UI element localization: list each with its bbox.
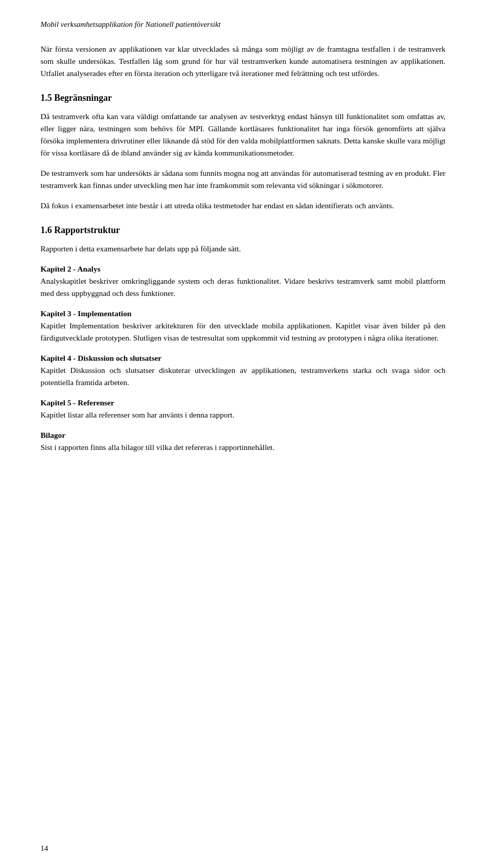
- page: Mobil verksamhetsapplikation för Natione…: [0, 0, 486, 868]
- intro-paragraph: När första versionen av applikationen va…: [40, 43, 446, 80]
- kapitel3-block: Kapitel 3 - Implementation Kapitlet Impl…: [40, 308, 446, 344]
- kapitel4-text: Kapitlet Diskussion och slutsatser disku…: [40, 366, 446, 387]
- section-15-heading: 1.5 Begränsningar: [40, 93, 446, 103]
- kapitel3-label: Kapitel 3 - Implementation: [40, 309, 132, 318]
- page-footer: 14: [40, 844, 48, 853]
- kapitel3-text: Kapitlet Implementation beskriver arkite…: [40, 321, 446, 342]
- kapitel5-text: Kapitlet listar alla referenser som har …: [40, 410, 234, 419]
- section-15-paragraph1: Då testramverk ofta kan vara väldigt omf…: [40, 110, 446, 159]
- kapitel5-label: Kapitel 5 - Referenser: [40, 398, 114, 407]
- kapitel5-block: Kapitel 5 - Referenser Kapitlet listar a…: [40, 397, 446, 421]
- kapitel2-text: Analyskapitlet beskriver omkringliggande…: [40, 277, 446, 297]
- section-15-paragraph3: Då fokus i examensarbetet inte består i …: [40, 200, 446, 212]
- kapitel2-label: Kapitel 2 - Analys: [40, 265, 100, 273]
- page-number: 14: [40, 844, 48, 852]
- page-header: Mobil verksamhetsapplikation för Natione…: [40, 20, 446, 29]
- bilagor-block: Bilagor Sist i rapporten finns alla bila…: [40, 429, 446, 454]
- bilagor-label: Bilagor: [40, 431, 65, 439]
- section-16-intro: Rapporten i detta examensarbete har dela…: [40, 243, 446, 255]
- kapitel4-block: Kapitel 4 - Diskussion och slutsatser Ka…: [40, 352, 446, 389]
- kapitel2-block: Kapitel 2 - Analys Analyskapitlet beskri…: [40, 263, 446, 299]
- section-15-paragraph2: De testramverk som har undersökts är såd…: [40, 167, 446, 192]
- bilagor-text: Sist i rapporten finns alla bilagor till…: [40, 443, 274, 451]
- kapitel4-label: Kapitel 4 - Diskussion och slutsatser: [40, 354, 161, 362]
- header-title: Mobil verksamhetsapplikation för Natione…: [40, 20, 221, 28]
- section-16-heading: 1.6 Rapportstruktur: [40, 225, 446, 236]
